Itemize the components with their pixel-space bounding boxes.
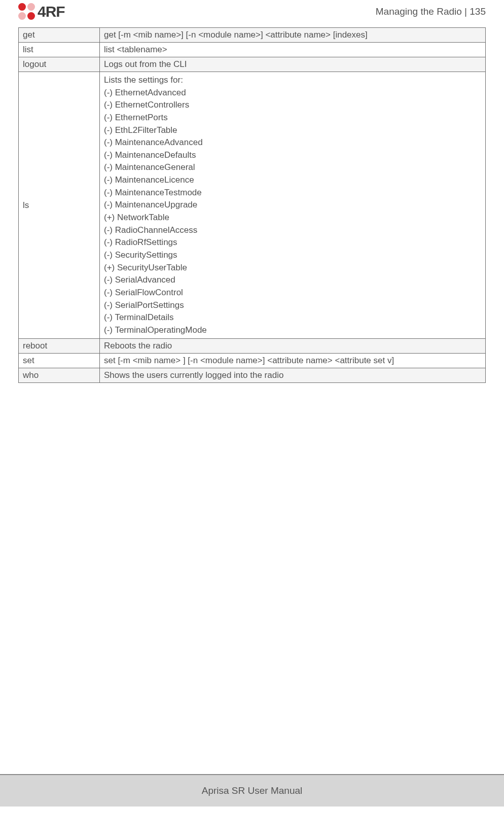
command-name-cell: list — [19, 43, 100, 57]
table-row: listlist <tablename> — [19, 43, 486, 57]
command-name-cell: reboot — [19, 339, 100, 354]
table-row: lsLists the settings for:(-) EthernetAdv… — [19, 72, 486, 339]
command-table: getget [-m <mib name>] [-n <module name>… — [18, 27, 486, 383]
command-name-cell: set — [19, 354, 100, 368]
table-row: whoShows the users currently logged into… — [19, 368, 486, 383]
table-row: rebootReboots the radio — [19, 339, 486, 354]
page: 4RF Managing the Radio | 135 getget [-m … — [0, 0, 504, 807]
brand-logo-icon — [18, 3, 35, 20]
brand-logo: 4RF — [18, 3, 65, 20]
command-desc-cell: Logs out from the CLI — [100, 57, 486, 72]
command-name-cell: ls — [19, 72, 100, 339]
command-desc-cell: Shows the users currently logged into th… — [100, 368, 486, 383]
table-row: getget [-m <mib name>] [-n <module name>… — [19, 28, 486, 43]
command-name-cell: who — [19, 368, 100, 383]
command-desc-cell: set [-m <mib name> ] [-n <module name>] … — [100, 354, 486, 368]
command-desc-cell: get [-m <mib name>] [-n <module name>] <… — [100, 28, 486, 43]
page-title: Managing the Radio | 135 — [376, 6, 486, 17]
command-desc-cell: list <tablename> — [100, 43, 486, 57]
command-name-cell: get — [19, 28, 100, 43]
command-name-cell: logout — [19, 57, 100, 72]
page-footer: Aprisa SR User Manual — [0, 774, 504, 807]
footer-text: Aprisa SR User Manual — [202, 785, 303, 796]
command-desc-cell: Lists the settings for:(-) EthernetAdvan… — [100, 72, 486, 339]
page-header: 4RF Managing the Radio | 135 — [18, 0, 486, 27]
table-row: setset [-m <mib name> ] [-n <module name… — [19, 354, 486, 368]
table-row: logoutLogs out from the CLI — [19, 57, 486, 72]
command-desc-cell: Reboots the radio — [100, 339, 486, 354]
brand-logo-text: 4RF — [38, 3, 65, 20]
